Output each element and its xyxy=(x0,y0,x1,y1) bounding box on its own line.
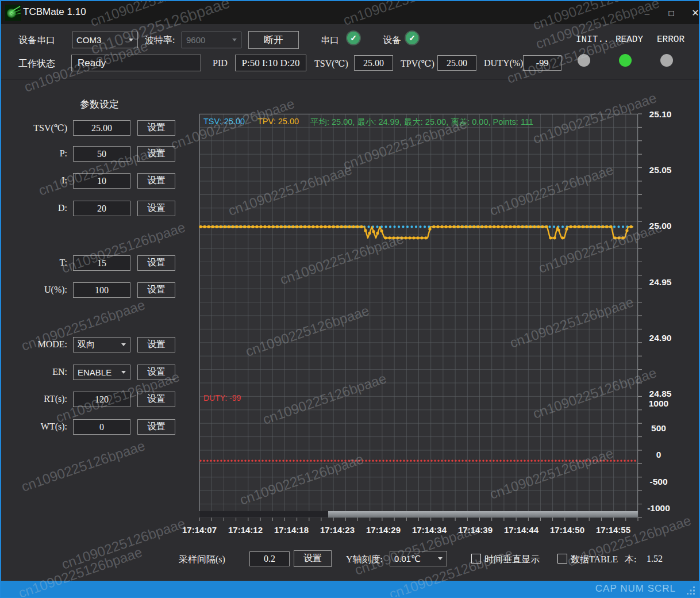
param-set-button-9[interactable]: 设置 xyxy=(137,392,175,407)
param-input-1[interactable]: 25.00 xyxy=(73,120,130,136)
work-status-field[interactable]: Ready xyxy=(71,55,201,71)
param-input-9[interactable]: 120 xyxy=(73,392,130,407)
x-axis-tick-label: 17:14:12 xyxy=(223,525,268,535)
param-set-button-10[interactable]: 设置 xyxy=(137,419,175,435)
baud-rate-value: 9600 xyxy=(186,35,205,45)
ready-indicator-label: READY xyxy=(616,34,643,45)
y-axis-temp-tick-label: 24.85 xyxy=(644,389,677,399)
parameter-panel-title: 参数设定 xyxy=(80,98,119,111)
param-set-button-1[interactable]: 设置 xyxy=(137,120,175,136)
x-axis-tick-label: 17:14:39 xyxy=(453,525,498,535)
minimize-button[interactable]: – xyxy=(634,1,660,24)
x-axis-tick-label: 17:14:23 xyxy=(315,525,360,535)
time-vertical-checkbox-label: 时间垂直显示 xyxy=(484,554,540,566)
maximize-button[interactable]: □ xyxy=(659,1,684,24)
resize-grip-icon[interactable] xyxy=(687,586,695,595)
statusbar: CAP NUM SCRL xyxy=(1,581,699,597)
param-label-10: WT(s): xyxy=(14,421,67,432)
chart-canvas xyxy=(199,114,643,523)
keyboard-state-text: CAP NUM SCRL xyxy=(595,583,676,595)
window-title: TCBMate 1.10 xyxy=(23,6,86,18)
param-set-button-4[interactable]: 设置 xyxy=(137,201,175,216)
close-button[interactable]: ✕ xyxy=(683,1,700,24)
x-axis-tick-label: 17:14:44 xyxy=(499,525,544,535)
param-select-value: 双向 xyxy=(78,339,95,350)
baud-rate-label: 波特率: xyxy=(145,34,175,47)
toolbar-separator xyxy=(1,79,699,80)
chevron-down-icon xyxy=(438,557,443,560)
param-set-button-2[interactable]: 设置 xyxy=(137,146,175,162)
time-vertical-checkbox[interactable] xyxy=(471,554,481,564)
param-input-6[interactable]: 100 xyxy=(73,282,130,298)
param-label-2: P: xyxy=(14,148,67,159)
param-label-6: U(%): xyxy=(14,285,67,295)
duty-annotation: DUTY: -99 xyxy=(203,393,241,402)
y-axis-temp-tick-label: 25.00 xyxy=(644,221,677,231)
app-logo-icon xyxy=(5,5,21,21)
init-indicator-label: INIT.. xyxy=(576,34,609,45)
device-ok-check-icon: ✓ xyxy=(406,32,418,44)
duty-readout-value: -99 xyxy=(523,55,561,71)
y-scale-select[interactable]: 0.01℃ xyxy=(390,551,447,566)
param-set-button-3[interactable]: 设置 xyxy=(137,173,175,189)
work-status-label: 工作状态 xyxy=(18,58,55,70)
param-label-1: TSV(℃) xyxy=(14,122,67,133)
chevron-down-icon xyxy=(121,371,126,374)
watermark-text: cn1090225126bpaae xyxy=(60,515,187,573)
titlebar: TCBMate 1.10 – □ ✕ xyxy=(1,1,699,24)
param-input-5[interactable]: 15 xyxy=(73,255,130,271)
y-scale-value: 0.01℃ xyxy=(394,554,421,564)
com-port-select[interactable]: COM3 xyxy=(72,32,138,48)
y-axis-duty-tick-label: -1000 xyxy=(640,503,677,513)
param-input-2[interactable]: 50 xyxy=(73,146,130,162)
sample-interval-set-button[interactable]: 设置 xyxy=(294,550,332,567)
pid-label: PID xyxy=(213,58,228,68)
legend-stats: 平均: 25.00, 最小: 24.99, 最大: 25.00, 离差: 0.0… xyxy=(310,117,533,128)
y-axis-duty-tick-label: 500 xyxy=(640,423,677,434)
y-axis-temp-tick-label: 25.05 xyxy=(644,165,677,175)
chart-scrollbar-thumb[interactable] xyxy=(328,511,638,518)
version-value: 1.52 xyxy=(647,554,663,564)
param-input-3[interactable]: 10 xyxy=(73,173,130,189)
y-axis-temp-tick-label: 24.90 xyxy=(644,333,677,343)
param-label-8: EN: xyxy=(14,367,67,377)
serial-status-label: 串口 xyxy=(321,34,339,47)
x-axis-tick-label: 17:14:34 xyxy=(407,525,452,535)
param-set-button-5[interactable]: 设置 xyxy=(137,255,175,271)
param-select-7[interactable]: 双向 xyxy=(73,337,130,352)
y-axis-duty-tick-label: 0 xyxy=(640,450,677,460)
param-label-7: MODE: xyxy=(14,339,67,350)
app-window: TCBMate 1.10 – □ ✕ 设备串口 COM3 波特率: 9600 断… xyxy=(0,0,700,598)
data-table-checkbox[interactable] xyxy=(557,554,567,564)
chevron-down-icon xyxy=(129,39,133,41)
disconnect-button[interactable]: 断开 xyxy=(248,31,299,49)
version-label: 本: xyxy=(625,554,636,566)
com-port-value: COM3 xyxy=(76,35,101,45)
tpv-readout-label: TPV(℃) xyxy=(401,58,434,69)
param-label-5: T: xyxy=(14,258,67,268)
sample-interval-label: 采样间隔(s) xyxy=(179,554,225,566)
legend-tsv: TSV: 25.00 xyxy=(203,117,245,126)
param-set-button-7[interactable]: 设置 xyxy=(137,337,175,352)
tpv-readout-value: 25.00 xyxy=(437,55,476,71)
param-label-3: I: xyxy=(14,175,67,186)
init-led xyxy=(578,54,590,67)
param-select-8[interactable]: ENABLE xyxy=(73,365,130,380)
x-axis-tick-label: 17:14:50 xyxy=(545,525,590,535)
param-set-button-6[interactable]: 设置 xyxy=(137,282,175,298)
param-input-10[interactable]: 0 xyxy=(73,419,130,435)
sample-interval-input[interactable]: 0.2 xyxy=(249,551,290,566)
error-led xyxy=(660,54,673,67)
chevron-down-icon xyxy=(121,343,126,346)
param-label-9: RT(s): xyxy=(14,394,67,404)
y-axis-temp-tick-label: 24.95 xyxy=(644,277,677,288)
chevron-down-icon xyxy=(232,39,237,41)
y-scale-label: Y轴刻度: xyxy=(346,554,383,566)
duty-readout-label: DUTY(%) xyxy=(484,58,523,68)
y-axis-duty-tick-label: 1000 xyxy=(640,398,677,409)
chart-plot-area: TSV: 25.00 TPV: 25.00 平均: 25.00, 最小: 24.… xyxy=(199,114,638,518)
error-indicator-label: ERROR xyxy=(657,34,684,45)
param-set-button-8[interactable]: 设置 xyxy=(137,365,175,380)
x-axis-tick-label: 17:14:55 xyxy=(591,525,636,535)
param-input-4[interactable]: 20 xyxy=(73,201,130,216)
